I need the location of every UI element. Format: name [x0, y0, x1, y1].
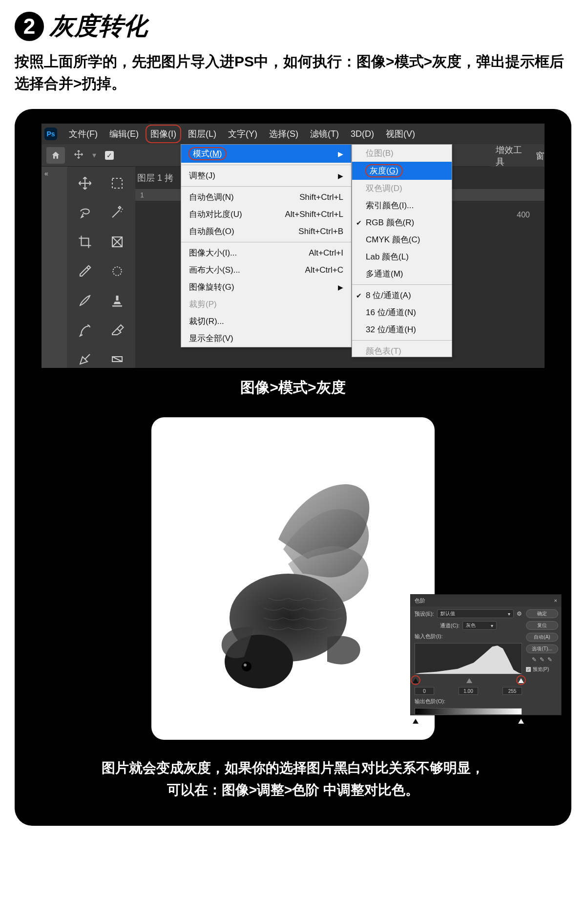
- levels-channel-select[interactable]: 灰色▾: [462, 621, 497, 630]
- bottom-explanation: 图片就会变成灰度，如果你的选择图片黑白对比关系不够明显， 可以在：图像>调整>色…: [15, 757, 571, 801]
- menu-view[interactable]: 视图(V): [380, 124, 421, 144]
- tool-frame[interactable]: [102, 228, 132, 256]
- levels-options-button[interactable]: 选项(T)...: [526, 645, 558, 653]
- levels-output-slider[interactable]: [415, 719, 522, 725]
- options-checkbox[interactable]: ✓: [105, 151, 114, 160]
- mode-8bit[interactable]: 8 位/通道(A): [352, 287, 452, 304]
- result-image: [151, 417, 435, 740]
- tool-lasso[interactable]: [70, 199, 100, 226]
- svg-rect-0: [112, 178, 122, 188]
- levels-channel-row: 通道(C): 灰色▾: [415, 621, 522, 630]
- menu-edit[interactable]: 编辑(E): [104, 124, 145, 144]
- levels-preview-label: 预览(P): [533, 666, 549, 673]
- mode-grayscale-label: 灰度(G): [366, 165, 402, 177]
- levels-preset-row: 预设(E): 默认值▾ ⚙: [415, 609, 522, 618]
- menu-adjustments[interactable]: 调整(J) ▶: [181, 167, 351, 184]
- levels-channel-value: 灰色: [466, 622, 476, 629]
- levels-input-label: 输入色阶(I):: [415, 633, 522, 640]
- tool-stamp[interactable]: [102, 287, 132, 314]
- menu-canvas-size[interactable]: 画布大小(S)... Alt+Ctrl+C: [181, 261, 351, 279]
- tool-gradient[interactable]: [102, 345, 132, 368]
- menu-image-size-label: 图像大小(I)...: [189, 247, 237, 258]
- menu-type[interactable]: 文字(Y): [222, 124, 263, 144]
- svg-point-2: [113, 267, 122, 276]
- menu-trim[interactable]: 裁切(R)...: [181, 313, 351, 330]
- eyedropper-white-icon[interactable]: ✎: [547, 656, 552, 663]
- menu-auto-color[interactable]: 自动颜色(O) Shift+Ctrl+B: [181, 223, 351, 240]
- tool-eraser[interactable]: [102, 316, 132, 344]
- tool-brush[interactable]: [70, 287, 100, 314]
- menu-separator: [181, 186, 351, 187]
- levels-preview-checkbox[interactable]: ✓ 预览(P): [526, 666, 558, 673]
- levels-input-slider[interactable]: [415, 678, 522, 684]
- document-tab[interactable]: 图层 1 拷: [137, 172, 173, 184]
- levels-close-button[interactable]: ×: [554, 598, 557, 603]
- mode-multichannel[interactable]: 多通道(M): [352, 265, 452, 282]
- options-divider: ▾: [92, 150, 96, 160]
- menu-image[interactable]: 图像(I): [145, 124, 182, 144]
- levels-output-gradient[interactable]: [415, 708, 522, 715]
- mode-lab[interactable]: Lab 颜色(L): [352, 248, 452, 265]
- menu-auto-tone[interactable]: 自动色调(N) Shift+Ctrl+L: [181, 189, 351, 206]
- levels-preset-value: 默认值: [440, 610, 455, 617]
- tool-eyedropper[interactable]: [70, 258, 100, 285]
- ps-side-collapse[interactable]: «: [42, 167, 67, 368]
- mode-indexed[interactable]: 索引颜色(I)...: [352, 197, 452, 214]
- move-tool-icon[interactable]: [74, 150, 84, 161]
- levels-input-white[interactable]: 255: [502, 687, 522, 695]
- levels-input-black[interactable]: 0: [415, 687, 434, 695]
- levels-preset-label: 预设(E):: [415, 610, 434, 618]
- mode-cmyk[interactable]: CMYK 颜色(C): [352, 231, 452, 248]
- menu-reveal-all[interactable]: 显示全部(V): [181, 330, 351, 347]
- home-button[interactable]: [46, 147, 65, 164]
- gear-icon[interactable]: ⚙: [517, 610, 522, 617]
- tool-pen[interactable]: [70, 345, 100, 368]
- tutorial-card: Ps 文件(F) 编辑(E) 图像(I) 图层(L) 文字(Y) 选择(S) 滤…: [15, 109, 571, 826]
- menu-separator: [181, 242, 351, 242]
- tool-magic-wand[interactable]: [102, 199, 132, 226]
- menu-file[interactable]: 文件(F): [63, 124, 104, 144]
- bottom-line-1: 图片就会变成灰度，如果你的选择图片黑白对比关系不够明显，: [34, 757, 552, 779]
- levels-preset-select[interactable]: 默认值▾: [437, 609, 514, 618]
- levels-ok-button[interactable]: 确定: [526, 609, 558, 618]
- mode-32bit[interactable]: 32 位/通道(H): [352, 321, 452, 338]
- submenu-arrow-icon: ▶: [338, 172, 343, 180]
- ps-menubar: Ps 文件(F) 编辑(E) 图像(I) 图层(L) 文字(Y) 选择(S) 滤…: [42, 124, 544, 144]
- levels-cancel-button[interactable]: 复位: [526, 621, 558, 630]
- levels-eyedroppers: ✎ ✎ ✎: [526, 656, 558, 663]
- eyedropper-black-icon[interactable]: ✎: [532, 656, 537, 663]
- menu-mode[interactable]: 模式(M) ▶: [181, 145, 351, 163]
- menu-select[interactable]: 选择(S): [263, 124, 304, 144]
- submenu-arrow-icon: ▶: [338, 283, 343, 291]
- menu-3d[interactable]: 3D(D): [345, 124, 380, 144]
- menu-image-rotation[interactable]: 图像旋转(G) ▶: [181, 279, 351, 296]
- photoshop-screenshot: Ps 文件(F) 编辑(E) 图像(I) 图层(L) 文字(Y) 选择(S) 滤…: [42, 124, 544, 368]
- step-header-section: 2 灰度转化 按照上面所学的，先把图片导入进PS中，如何执行：图像>模式>灰度，…: [0, 0, 586, 109]
- tool-move[interactable]: [70, 170, 100, 197]
- tool-patch[interactable]: [102, 258, 132, 285]
- mode-rgb[interactable]: RGB 颜色(R): [352, 214, 452, 231]
- menu-mode-label: 模式(M): [189, 148, 226, 160]
- levels-output-label: 输出色阶(O):: [415, 698, 522, 705]
- bottom-line-2: 可以在：图像>调整>色阶 中调整对比色。: [34, 779, 552, 801]
- eyedropper-gray-icon[interactable]: ✎: [540, 656, 544, 663]
- menu-filter[interactable]: 滤镜(T): [304, 124, 345, 144]
- mode-submenu-dropdown: 位图(B) 灰度(G) 双色调(D) 索引颜色(I)... RGB 颜色(R) …: [352, 144, 452, 357]
- highlight-circle-icon: [516, 675, 526, 685]
- menu-auto-contrast[interactable]: 自动对比度(U) Alt+Shift+Ctrl+L: [181, 206, 351, 223]
- menu-image-rotation-label: 图像旋转(G): [189, 281, 234, 293]
- menu-layer[interactable]: 图层(L): [182, 124, 222, 144]
- mode-16bit[interactable]: 16 位/通道(N): [352, 304, 452, 321]
- levels-auto-button[interactable]: 自动(A): [526, 633, 558, 642]
- tool-history-brush[interactable]: [70, 316, 100, 344]
- menu-image-size[interactable]: 图像大小(I)... Alt+Ctrl+I: [181, 244, 351, 261]
- levels-input-mid[interactable]: 1.00: [459, 687, 478, 695]
- mode-grayscale[interactable]: 灰度(G): [352, 162, 452, 180]
- mode-colortable: 颜色表(T): [352, 343, 452, 357]
- menu-plugins[interactable]: 增效工具 窗: [491, 144, 544, 168]
- tool-marquee[interactable]: [102, 170, 132, 197]
- tool-crop[interactable]: [70, 228, 100, 256]
- caption-breadcrumb: 图像>模式>灰度: [15, 378, 571, 398]
- ps-logo-icon: Ps: [44, 128, 57, 140]
- fish-illustration: [181, 451, 405, 706]
